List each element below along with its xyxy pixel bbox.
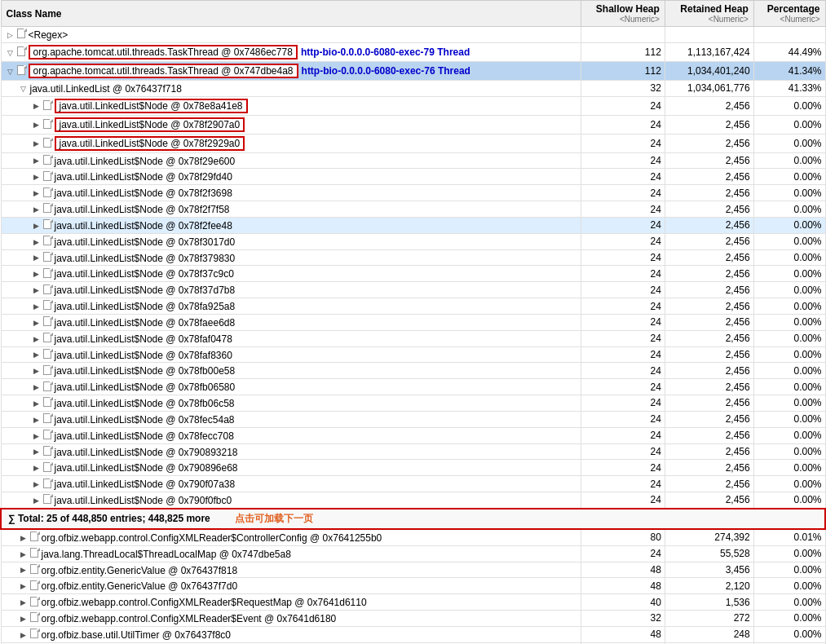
table-row[interactable]: ▶org.ofbiz.base.util.UtilTimer @ 0x76437… bbox=[1, 626, 825, 642]
expand-icon[interactable]: ▶ bbox=[31, 285, 42, 296]
table-row[interactable]: ▶java.util.LinkedList$Node @ 0x790f0fbc0… bbox=[1, 492, 825, 509]
table-row[interactable]: ▶java.util.LinkedList$Node @ 0x78e8a41e8… bbox=[1, 96, 825, 115]
table-row[interactable]: ▶java.util.LinkedList$Node @ 0x78faf0478… bbox=[1, 330, 825, 346]
shallow-heap-value: 48 bbox=[581, 578, 665, 594]
expand-icon[interactable]: ▶ bbox=[31, 138, 42, 149]
table-row[interactable]: ▶java.util.LinkedList$Node @ 0x78f37d7b8… bbox=[1, 282, 825, 298]
expand-icon[interactable]: ▶ bbox=[31, 430, 42, 442]
retained-heap-value: 2,456 bbox=[665, 282, 753, 298]
shallow-heap-value: 80 bbox=[581, 529, 665, 545]
table-row[interactable]: ▶java.util.LinkedList$Node @ 0x790f07a38… bbox=[1, 476, 825, 492]
shallow-heap-value: 24 bbox=[581, 282, 665, 298]
table-row[interactable]: ▶java.util.LinkedList$Node @ 0x78f2907a0… bbox=[1, 115, 825, 134]
table-row[interactable]: ▶java.util.LinkedList$Node @ 0x78faf8360… bbox=[1, 346, 825, 363]
expand-icon[interactable]: ▶ bbox=[18, 564, 29, 576]
table-row[interactable]: ▶java.lang.ThreadLocal$ThreadLocalMap @ … bbox=[1, 545, 825, 562]
percentage-value bbox=[753, 27, 825, 43]
table-row[interactable]: ▽org.apache.tomcat.util.threads.TaskThre… bbox=[1, 42, 825, 61]
table-row[interactable]: ▶java.util.LinkedList$Node @ 0x78f2f3698… bbox=[1, 185, 825, 201]
expand-icon[interactable]: ▶ bbox=[31, 268, 42, 280]
expand-icon[interactable]: ▶ bbox=[31, 349, 42, 360]
expand-icon[interactable]: ▶ bbox=[31, 236, 42, 248]
table-row[interactable]: ▶java.util.LinkedList$Node @ 0x78fb06c58… bbox=[1, 395, 825, 412]
class-name-cell: ▶org.ofbiz.webapp.control.ConfigXMLReade… bbox=[1, 594, 581, 611]
expand-icon[interactable]: ▶ bbox=[31, 171, 42, 183]
col-header-class[interactable]: Class Name bbox=[1, 1, 581, 27]
table-row[interactable]: ▶java.util.LinkedList$Node @ 0x78faee6d8… bbox=[1, 314, 825, 330]
expand-icon[interactable]: ▷ bbox=[5, 29, 16, 41]
expand-icon[interactable]: ▽ bbox=[18, 83, 29, 95]
col-header-retained[interactable]: Retained Heap <Numeric> bbox=[665, 1, 753, 27]
shallow-heap-value: 24 bbox=[581, 443, 665, 460]
expand-icon[interactable]: ▶ bbox=[18, 629, 29, 641]
table-row[interactable]: ▶java.util.LinkedList$Node @ 0x790893218… bbox=[1, 443, 825, 460]
col-header-percentage[interactable]: Percentage <Numeric> bbox=[753, 1, 825, 27]
expand-icon[interactable]: ▶ bbox=[31, 495, 42, 506]
retained-heap-value: 2,120 bbox=[665, 578, 753, 594]
expand-icon[interactable]: ▶ bbox=[31, 462, 42, 474]
expand-icon[interactable]: ▶ bbox=[31, 252, 42, 263]
table-row[interactable]: ▶org.ofbiz.webapp.control.ConfigXMLReade… bbox=[1, 594, 825, 611]
class-name-cell: ▽java.util.LinkedList @ 0x76437f718 bbox=[1, 80, 581, 96]
table-row[interactable]: ▷<Regex> bbox=[1, 27, 825, 43]
percentage-value: 0.00% bbox=[753, 346, 825, 363]
table-row[interactable]: ▶org.ofbiz.entity.GenericValue @ 0x76437… bbox=[1, 562, 825, 578]
total-row[interactable]: ∑ Total: 25 of 448,850 entries; 448,825 … bbox=[1, 509, 825, 529]
expand-icon[interactable]: ▶ bbox=[18, 549, 29, 560]
expand-icon[interactable]: ▽ bbox=[5, 66, 16, 77]
retained-heap-value: 2,456 bbox=[665, 427, 753, 443]
expand-icon[interactable]: ▶ bbox=[31, 365, 42, 377]
expand-icon[interactable]: ▶ bbox=[31, 479, 42, 490]
expand-icon[interactable]: ▶ bbox=[31, 333, 42, 345]
expand-icon[interactable]: ▶ bbox=[18, 597, 29, 608]
table-row[interactable]: ▶java.util.LinkedList$Node @ 0x78fecc708… bbox=[1, 427, 825, 443]
expand-icon[interactable]: ▶ bbox=[18, 580, 29, 592]
table-row[interactable]: ▶java.util.LinkedList$Node @ 0x78f2f7f58… bbox=[1, 201, 825, 218]
table-row[interactable]: ▽java.util.LinkedList @ 0x76437f718321,0… bbox=[1, 80, 825, 96]
expand-icon[interactable]: ▶ bbox=[31, 398, 42, 409]
class-name-text: java.util.LinkedList$Node @ 0x78f29fd40 bbox=[55, 171, 232, 183]
expand-icon[interactable]: ▶ bbox=[31, 446, 42, 457]
expand-icon[interactable]: ▶ bbox=[31, 204, 42, 215]
expand-icon[interactable]: ▶ bbox=[31, 414, 42, 426]
total-label[interactable]: ∑ Total: 25 of 448,850 entries; 448,825 … bbox=[1, 509, 825, 529]
table-row[interactable]: ▶java.util.LinkedList$Node @ 0x78f29fd40… bbox=[1, 169, 825, 185]
table-row[interactable]: ▶java.util.LinkedList$Node @ 0x790896e68… bbox=[1, 460, 825, 476]
expand-icon[interactable]: ▶ bbox=[18, 532, 29, 544]
table-row[interactable]: ▶java.util.LinkedList$Node @ 0x78f29e600… bbox=[1, 152, 825, 169]
percentage-value: 0.00% bbox=[753, 594, 825, 611]
col-header-shallow[interactable]: Shallow Heap <Numeric> bbox=[581, 1, 665, 27]
expand-icon[interactable]: ▶ bbox=[31, 301, 42, 312]
retained-heap-value: 3,456 bbox=[665, 562, 753, 578]
shallow-heap-value: 24 bbox=[581, 298, 665, 315]
table-row[interactable]: ▶org.ofbiz.webapp.control.ConfigXMLReade… bbox=[1, 611, 825, 627]
expand-icon[interactable]: ▶ bbox=[18, 613, 29, 624]
table-row[interactable]: ▶java.util.LinkedList$Node @ 0x78f37c9c0… bbox=[1, 266, 825, 282]
percentage-value: 0.00% bbox=[753, 545, 825, 562]
table-row[interactable]: ▶java.util.LinkedList$Node @ 0x78f2929a0… bbox=[1, 134, 825, 152]
table-row[interactable]: ▶java.util.LinkedList$Node @ 0x78f3017d0… bbox=[1, 233, 825, 249]
expand-icon[interactable]: ▽ bbox=[5, 47, 16, 59]
percentage-value: 0.00% bbox=[753, 427, 825, 443]
percentage-value: 0.00% bbox=[753, 379, 825, 395]
expand-icon[interactable]: ▶ bbox=[31, 382, 42, 393]
expand-icon[interactable]: ▶ bbox=[31, 100, 42, 112]
class-name-cell: ▶java.util.LinkedList$Node @ 0x78fb06580 bbox=[1, 379, 581, 395]
expand-icon[interactable]: ▶ bbox=[31, 187, 42, 199]
table-row[interactable]: ▶java.util.LinkedList$Node @ 0x78fec54a8… bbox=[1, 411, 825, 427]
expand-icon[interactable]: ▶ bbox=[31, 317, 42, 329]
table-row[interactable]: ▶org.ofbiz.entity.GenericValue @ 0x76437… bbox=[1, 578, 825, 594]
table-row[interactable]: ▶java.util.LinkedList$Node @ 0x78fa925a8… bbox=[1, 298, 825, 315]
class-name-cell: ▽org.apache.tomcat.util.threads.TaskThre… bbox=[1, 61, 581, 80]
table-row[interactable]: ▶org.ofbiz.webapp.control.ConfigXMLReade… bbox=[1, 529, 825, 545]
table-row[interactable]: ▶java.util.LinkedList$Node @ 0x78fb06580… bbox=[1, 379, 825, 395]
expand-icon[interactable]: ▶ bbox=[31, 119, 42, 130]
main-container[interactable]: Class Name Shallow Heap <Numeric> Retain… bbox=[0, 0, 826, 644]
table-row[interactable]: ▶java.util.LinkedList$Node @ 0x78fb00e58… bbox=[1, 363, 825, 379]
table-row[interactable]: ▶java.util.LinkedList$Node @ 0x78f379830… bbox=[1, 249, 825, 266]
expand-icon[interactable]: ▶ bbox=[31, 155, 42, 166]
table-row[interactable]: ▶java.util.LinkedList$Node @ 0x78f2fee48… bbox=[1, 217, 825, 233]
expand-icon[interactable]: ▶ bbox=[31, 220, 42, 232]
table-row[interactable]: ▽org.apache.tomcat.util.threads.TaskThre… bbox=[1, 61, 825, 80]
load-more-text[interactable]: 点击可加载下一页 bbox=[235, 513, 313, 524]
